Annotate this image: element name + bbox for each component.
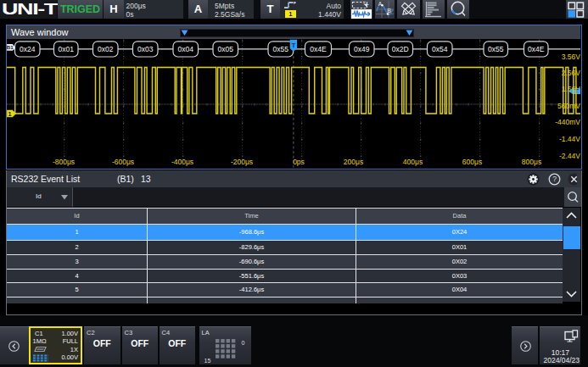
svg-text:0x4E: 0x4E: [528, 45, 545, 53]
svg-text:3.56V: 3.56V: [562, 53, 580, 61]
svg-text:0x01: 0x01: [59, 45, 75, 53]
svg-text:-440mV: -440mV: [555, 118, 580, 126]
svg-text:200μs: 200μs: [344, 158, 363, 166]
svg-text:0x24: 0x24: [20, 45, 36, 53]
svg-text:-800μs: -800μs: [53, 158, 75, 166]
svg-text:-200μs: -200μs: [231, 158, 253, 166]
svg-text:0x03: 0x03: [137, 45, 154, 53]
svg-text:0x55: 0x55: [273, 45, 289, 53]
svg-text:0x55: 0x55: [488, 45, 504, 53]
svg-text:1: 1: [8, 110, 12, 118]
svg-text:600μs: 600μs: [462, 158, 482, 166]
svg-text:-400μs: -400μs: [171, 158, 193, 166]
svg-text:0x4E: 0x4E: [310, 45, 327, 53]
svg-text:-2.44V: -2.44V: [559, 152, 580, 160]
svg-text:T: T: [291, 42, 295, 49]
svg-text:-1.44V: -1.44V: [559, 135, 580, 143]
svg-text:0x04: 0x04: [178, 45, 194, 53]
svg-text:0x49: 0x49: [354, 45, 370, 53]
svg-text:0x02: 0x02: [98, 45, 114, 53]
svg-text:0x05: 0x05: [218, 45, 234, 53]
svg-text:800μs: 800μs: [522, 158, 541, 166]
svg-text:?: ?: [552, 175, 557, 183]
svg-text:B: B: [388, 8, 391, 14]
svg-text:B1: B1: [7, 44, 14, 50]
svg-text:-600μs: -600μs: [112, 158, 134, 166]
svg-text:0x2D: 0x2D: [392, 45, 409, 53]
svg-text:400μs: 400μs: [403, 158, 423, 166]
svg-text:0x54: 0x54: [432, 45, 448, 53]
svg-text:2.56V: 2.56V: [562, 69, 580, 77]
svg-text:0ps: 0ps: [293, 158, 305, 166]
